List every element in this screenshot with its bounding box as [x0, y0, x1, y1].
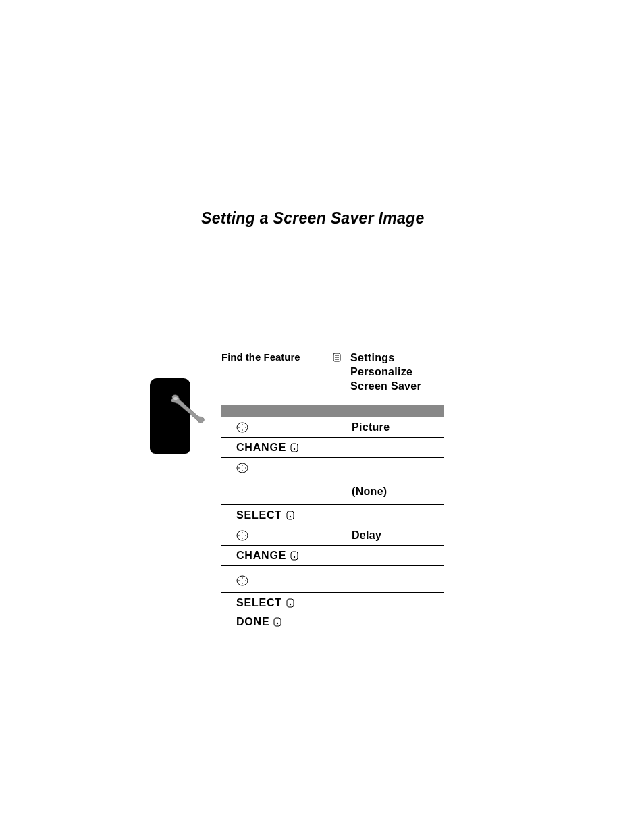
svg-point-21: [242, 538, 243, 539]
svg-point-23: [245, 535, 246, 536]
svg-point-22: [238, 535, 240, 536]
instruction-content: Find the Feature Settings Personalize Sc…: [221, 351, 444, 633]
change-action-2: CHANGE: [236, 550, 286, 562]
svg-rect-24: [291, 552, 298, 560]
done-action: DONE: [236, 616, 269, 628]
svg-point-30: [245, 580, 246, 581]
nav-path-3: Screen Saver: [350, 380, 421, 392]
step-row-7: [221, 566, 444, 593]
svg-point-0: [173, 397, 178, 400]
find-feature-label: Find the Feature: [221, 351, 333, 363]
step-5-target: Delay: [333, 529, 381, 542]
step-row-1: Picture: [221, 417, 444, 438]
svg-point-8: [238, 427, 240, 428]
softkey-icon: [290, 551, 298, 561]
nav-key-icon: [236, 575, 248, 586]
change-action-1: CHANGE: [236, 442, 286, 454]
svg-point-16: [245, 468, 246, 469]
step-1-target: Picture: [333, 421, 390, 434]
svg-point-13: [242, 465, 243, 467]
svg-point-25: [294, 556, 295, 558]
select-action-2: SELECT: [236, 597, 282, 609]
svg-point-7: [242, 429, 243, 431]
svg-rect-17: [287, 511, 294, 519]
step-row-5: Delay: [221, 525, 444, 546]
step-3-target: (None): [333, 486, 387, 498]
step-row-9: DONE: [221, 613, 444, 633]
softkey-icon: [273, 617, 281, 627]
svg-point-20: [242, 532, 243, 533]
svg-rect-31: [287, 599, 294, 607]
step-row-3a: [221, 458, 444, 478]
svg-point-29: [238, 580, 240, 581]
svg-point-27: [242, 577, 243, 579]
step-row-3b: (None): [221, 478, 444, 505]
svg-point-18: [290, 516, 291, 517]
find-feature-row: Find the Feature Settings Personalize Sc…: [221, 351, 444, 393]
nav-path-1: Settings: [350, 352, 395, 363]
svg-point-14: [242, 471, 243, 472]
nav-path-2: Personalize: [350, 366, 412, 377]
select-action-1: SELECT: [236, 509, 282, 521]
step-row-2: CHANGE: [221, 438, 444, 458]
page-title: Setting a Screen Saver Image: [201, 209, 425, 228]
svg-point-6: [242, 424, 243, 425]
step-row-6: CHANGE: [221, 546, 444, 566]
nav-key-icon: [236, 463, 248, 473]
svg-point-9: [245, 427, 246, 428]
svg-point-34: [277, 623, 278, 624]
wrench-icon: [167, 393, 207, 425]
step-row-4: SELECT: [221, 505, 444, 525]
step-row-8: SELECT: [221, 593, 444, 613]
svg-point-32: [290, 604, 291, 605]
svg-point-11: [294, 448, 295, 450]
table-header-bar: [221, 405, 444, 417]
svg-point-15: [238, 468, 240, 469]
nav-path: Settings Personalize Screen Saver: [350, 351, 421, 393]
svg-rect-33: [274, 618, 281, 626]
softkey-icon: [286, 511, 294, 520]
nav-key-icon: [236, 422, 248, 433]
menu-key-icon: [333, 353, 341, 362]
nav-key-icon: [236, 530, 248, 541]
svg-point-28: [242, 583, 243, 584]
softkey-icon: [286, 598, 294, 608]
svg-rect-10: [291, 444, 298, 452]
softkey-icon: [290, 443, 298, 452]
